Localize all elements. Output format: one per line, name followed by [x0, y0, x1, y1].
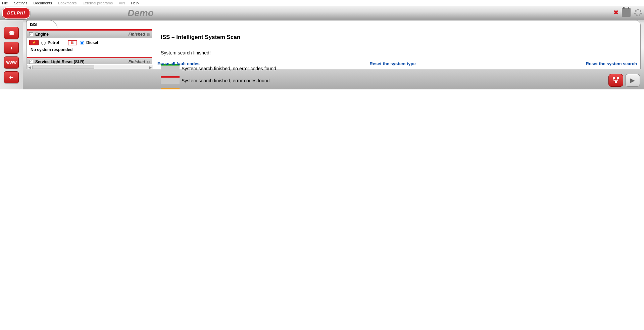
play-button[interactable]: ▶	[625, 74, 640, 87]
collapse-icon[interactable]: ⊟	[147, 60, 150, 64]
status-finished: System search finished!	[161, 50, 634, 55]
delphi-logo: DELPHI	[2, 7, 30, 19]
system-block: Service Light Reset (SLR)Finished⊟🔧No sy…	[27, 57, 152, 64]
footer-links: Erase all fault codes Reset the system t…	[157, 61, 637, 66]
system-header[interactable]: Service Light Reset (SLR)Finished⊟	[27, 58, 152, 64]
menu-vin[interactable]: VIN	[119, 1, 125, 5]
diesel-label: Diesel	[86, 40, 98, 45]
spinner-icon	[634, 8, 642, 16]
checkbox[interactable]	[29, 60, 33, 64]
petrol-radio[interactable]	[41, 41, 46, 45]
reset-system-type-link[interactable]: Reset the system type	[369, 61, 415, 66]
system-header[interactable]: EngineFinished⊟	[27, 31, 152, 38]
petrol-label: Petrol	[48, 40, 59, 45]
header: DELPHI Demo ✖	[0, 6, 644, 20]
scan-panel: EngineFinished⊟⚡Petrol⛽DieselNo system r…	[27, 29, 154, 69]
system-block: EngineFinished⊟⚡Petrol⛽DieselNo system r…	[27, 29, 152, 54]
menubar: File Settings Documents Bookmarks Extern…	[0, 0, 644, 6]
scan-scroll[interactable]: EngineFinished⊟⚡Petrol⛽DieselNo system r…	[27, 29, 153, 64]
www-button[interactable]: WWW	[4, 56, 19, 69]
svg-rect-0	[613, 77, 615, 79]
checkbox[interactable]	[29, 32, 33, 36]
svg-rect-1	[617, 77, 619, 79]
system-name: Engine	[35, 32, 129, 37]
calendar-icon[interactable]	[622, 8, 631, 17]
system-status: Finished	[129, 32, 145, 37]
menu-help[interactable]: Help	[131, 1, 139, 5]
collapse-icon[interactable]: ⊟	[147, 33, 150, 36]
menu-bookmarks[interactable]: Bookmarks	[58, 1, 77, 5]
left-rail: ☎ i WWW ⬅	[0, 20, 23, 89]
system-status: Finished	[129, 59, 145, 64]
bottom-right-controls: ▶	[608, 74, 640, 87]
info-button[interactable]: i	[4, 42, 19, 54]
swatch-red-icon	[161, 78, 180, 84]
diesel-radio[interactable]	[80, 41, 84, 45]
diesel-icon: ⛽	[68, 40, 77, 45]
flow-button[interactable]	[608, 74, 623, 87]
menu-settings[interactable]: Settings	[14, 1, 28, 5]
menu-external[interactable]: External programs	[83, 1, 113, 5]
close-icon[interactable]: ✖	[613, 9, 618, 16]
phone-button[interactable]: ☎	[4, 27, 19, 39]
system-name: Service Light Reset (SLR)	[35, 59, 129, 64]
legend-green-text: System search finished, no error codes f…	[182, 66, 276, 71]
content-title: ISS – Intelligent System Scan	[161, 34, 634, 41]
swatch-green-icon	[161, 66, 180, 72]
petrol-icon: ⚡	[29, 40, 39, 45]
svg-rect-2	[615, 81, 617, 83]
legend-red: System search finished, error codes foun…	[161, 78, 634, 84]
menu-file[interactable]: File	[2, 1, 8, 5]
erase-fault-codes-link[interactable]: Erase all fault codes	[157, 61, 200, 66]
tab-iss[interactable]: ISS	[26, 20, 57, 28]
system-message: No system responded	[27, 47, 152, 54]
legend-green: System search finished, no error codes f…	[161, 66, 634, 72]
content-panel: ISS – Intelligent System Scan System sea…	[154, 29, 640, 69]
horizontal-scrollbar[interactable]: ◀ ▶	[27, 65, 153, 69]
header-title: Demo	[128, 8, 154, 18]
legend-red-text: System search finished, error codes foun…	[182, 78, 269, 83]
back-button[interactable]: ⬅	[4, 71, 19, 83]
menu-documents[interactable]: Documents	[33, 1, 52, 5]
reset-system-search-link[interactable]: Reset the system search	[586, 61, 637, 66]
fuel-choice-row: ⚡Petrol⛽Diesel	[27, 38, 152, 47]
